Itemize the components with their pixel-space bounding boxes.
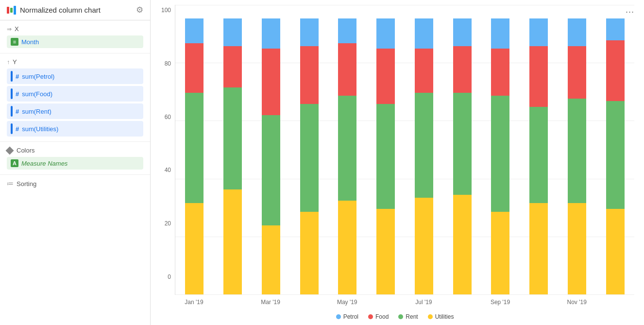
bar-segment-utilities <box>185 203 203 294</box>
y-fields-container: # sum(Petrol) # sum(Food) # sum(Rent) # … <box>7 68 143 137</box>
x-axis-tick-label: May '19 <box>337 299 357 306</box>
chart-inner <box>175 5 634 295</box>
y-axis: 100806040200 <box>155 5 175 295</box>
bar-segment-petrol <box>529 18 548 46</box>
bar-segment-utilities <box>223 189 242 294</box>
y-axis-tick: 80 <box>165 60 171 67</box>
bar-group <box>596 7 634 294</box>
stacked-bar[interactable] <box>223 18 242 294</box>
legend-label-utilities: Utilities <box>435 313 454 320</box>
bar-segment-food <box>606 40 625 101</box>
bar-segment-food <box>491 49 509 96</box>
bars-wrapper <box>175 5 634 295</box>
x-axis-tick-label: Mar '19 <box>261 299 280 306</box>
bar-segment-utilities <box>491 212 509 294</box>
sorting-label-row: ≔ Sorting <box>7 180 143 188</box>
blue-bar-0 <box>11 71 13 82</box>
y-arrow-icon: ↑ <box>7 59 10 66</box>
y-section: ↑ Y # sum(Petrol) # sum(Food) # sum(Rent… <box>0 53 150 142</box>
stacked-bar[interactable] <box>529 18 548 294</box>
stacked-bar[interactable] <box>300 18 319 294</box>
y-field-1[interactable]: # sum(Food) <box>7 86 143 102</box>
y-field-0[interactable]: # sum(Petrol) <box>7 68 143 84</box>
bar-segment-rent <box>529 107 548 204</box>
bar-segment-food <box>529 46 548 107</box>
bar-segment-food <box>453 46 472 93</box>
bar-segment-rent <box>415 93 433 198</box>
measure-names-field[interactable]: A Measure Names <box>7 157 143 170</box>
bar-group <box>175 7 214 294</box>
legend-dot-utilities <box>428 314 433 319</box>
legend-item-utilities: Utilities <box>428 313 454 320</box>
hash-icon-0: # <box>16 73 19 80</box>
blue-bar-3 <box>11 123 13 134</box>
measure-names-field-icon: A <box>11 159 18 167</box>
x-axis-tick-label: Sep '19 <box>491 299 510 306</box>
chart-container: 100806040200 Jan '19Mar '19May '19Jul '1… <box>155 5 634 320</box>
stacked-bar[interactable] <box>376 18 395 294</box>
hash-icon-1: # <box>16 90 19 98</box>
bar-segment-rent <box>606 101 625 209</box>
colors-label: Colors <box>7 147 143 154</box>
bar-group <box>214 7 252 294</box>
stacked-bar[interactable] <box>415 18 433 294</box>
month-field-label: Month <box>21 38 39 46</box>
x-label-group: May '19 <box>328 295 366 309</box>
bar-segment-rent <box>568 99 586 204</box>
y-label: ↑ Y <box>7 58 143 66</box>
x-field-month[interactable]: ≡ Month <box>7 35 143 48</box>
x-axis-label: X <box>15 25 19 33</box>
legend-label-food: Food <box>375 313 389 320</box>
bar-group <box>558 7 596 294</box>
bar-segment-petrol <box>453 18 472 46</box>
bar-group <box>252 7 290 294</box>
bar-segment-petrol <box>491 18 509 49</box>
stacked-bar[interactable] <box>568 18 586 294</box>
stacked-bar[interactable] <box>453 18 472 294</box>
x-arrow-icon: ⇒ <box>7 26 12 33</box>
bar-segment-petrol <box>606 18 625 40</box>
bar-group <box>328 7 367 294</box>
y-field-2[interactable]: # sum(Rent) <box>7 103 143 119</box>
bar-segment-petrol <box>185 18 203 43</box>
legend-item-food: Food <box>368 313 389 320</box>
bar-segment-rent <box>453 93 472 195</box>
stacked-bar[interactable] <box>338 18 356 294</box>
stacked-bar[interactable] <box>491 18 509 294</box>
stacked-bar[interactable] <box>606 18 625 294</box>
bar-segment-utilities <box>376 209 395 294</box>
bar-segment-utilities <box>338 201 356 294</box>
sidebar-header: Normalized column chart ⚙ <box>0 0 150 20</box>
bar-segment-petrol <box>223 18 242 46</box>
bar-segment-utilities <box>529 203 548 294</box>
legend-label-rent: Rent <box>406 313 418 320</box>
legend-dot-food <box>368 314 373 319</box>
bar-group <box>443 7 481 294</box>
blue-bar-1 <box>11 88 13 99</box>
diamond-icon <box>6 146 14 154</box>
bar-segment-food <box>300 46 319 104</box>
x-label-group <box>519 295 558 309</box>
bar-segment-utilities <box>606 209 625 294</box>
x-label-group <box>596 295 634 309</box>
x-axis-tick-label: Jul '19 <box>415 299 432 306</box>
stacked-bar[interactable] <box>262 18 280 294</box>
bar-segment-food <box>185 43 203 93</box>
bar-segment-utilities <box>568 203 586 294</box>
y-axis-tick: 20 <box>165 220 171 227</box>
sort-icon: ≔ <box>7 180 14 188</box>
gear-icon[interactable]: ⚙ <box>136 5 143 15</box>
y-field-3[interactable]: # sum(Utilities) <box>7 121 143 137</box>
chart-icon <box>7 6 16 15</box>
bar-segment-rent <box>223 87 242 189</box>
stacked-bar[interactable] <box>185 18 203 294</box>
bar-segment-utilities <box>262 225 280 294</box>
chart-body: 100806040200 <box>155 5 634 295</box>
y-axis-tick: 0 <box>168 274 171 280</box>
colors-text: Colors <box>17 147 35 154</box>
x-label-group <box>366 295 405 309</box>
month-field-icon: ≡ <box>11 38 18 46</box>
bar-segment-food <box>376 49 395 104</box>
x-label-group: Mar '19 <box>252 295 290 309</box>
legend: PetrolFoodRentUtilities <box>155 309 634 320</box>
